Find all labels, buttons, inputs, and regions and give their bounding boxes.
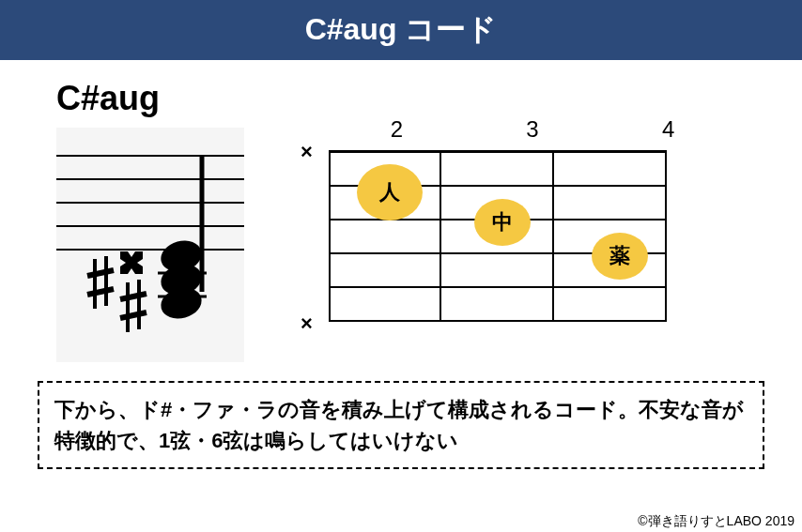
finger-label: 人 [379, 178, 400, 206]
description-box: 下から、ド#・ファ・ラの音を積み上げて構成されるコード。不安な音が特徴的で、1弦… [38, 381, 764, 469]
fret-label: 3 [526, 116, 538, 143]
mute-mark: × [301, 140, 313, 164]
page-header: C#aug コード [0, 0, 802, 60]
notation-column: C#aug [38, 79, 244, 362]
svg-line-18 [120, 312, 147, 318]
svg-line-13 [87, 270, 114, 276]
finger-marker-middle: 中 [474, 199, 531, 246]
main-content: C#aug [0, 60, 802, 372]
description-text: 下から、ド#・ファ・ラの音を積み上げて構成されるコード。不安な音が特徴的で、1弦… [54, 398, 744, 452]
finger-marker-index: 人 [357, 164, 423, 220]
fret-number-row: 2 3 4 [301, 116, 764, 143]
fretboard-column: 2 3 4 × × 人 中 薬 [301, 79, 764, 362]
music-staff [56, 128, 244, 362]
mute-mark: × [301, 312, 313, 336]
svg-line-17 [120, 294, 147, 299]
finger-marker-ring: 薬 [592, 233, 648, 280]
finger-label: 中 [492, 208, 513, 236]
header-title: C#aug コード [305, 12, 498, 46]
fret-label: 2 [391, 116, 403, 143]
chord-name: C#aug [56, 79, 244, 118]
copyright-text: ©弾き語りすとLABO 2019 [638, 513, 794, 530]
staff-notation-icon [56, 128, 244, 362]
fretboard-grid: × × 人 中 薬 [329, 150, 764, 322]
finger-label: 薬 [609, 242, 630, 270]
svg-line-14 [87, 289, 114, 295]
fret-label: 4 [662, 116, 674, 143]
